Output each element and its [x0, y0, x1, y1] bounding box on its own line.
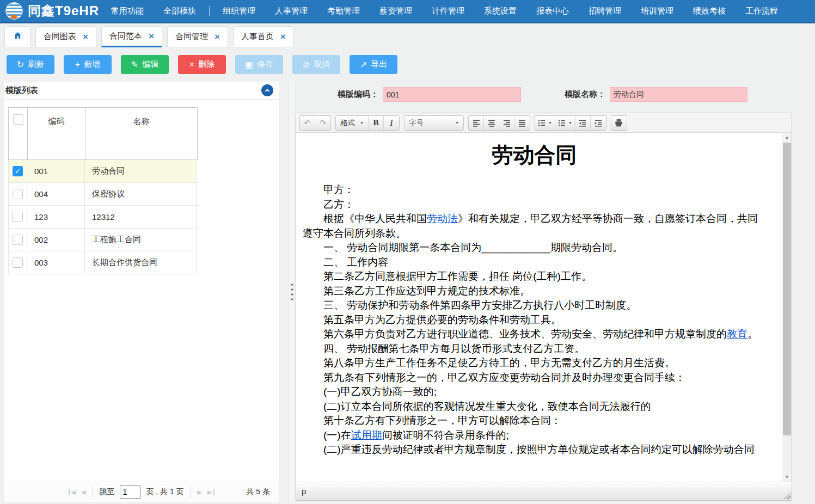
nav-item-5[interactable]: 考勤管理 — [327, 6, 360, 16]
row-checkbox[interactable] — [13, 235, 23, 245]
table-header: 编码 名称 — [8, 107, 198, 160]
template-name-input[interactable] — [610, 87, 747, 102]
tab-home[interactable] — [4, 26, 30, 47]
row-checkbox-cell — [8, 206, 27, 228]
nav-item-13[interactable]: 工作流程 — [745, 6, 778, 16]
indent-button[interactable] — [591, 116, 606, 130]
tab-人事首页[interactable]: 人事首页× — [233, 26, 294, 47]
table-row[interactable]: 003长期合作供货合同 — [8, 251, 198, 274]
collapse-icon[interactable] — [261, 84, 273, 96]
tab-close-icon[interactable]: × — [83, 32, 88, 41]
nav-item-7[interactable]: 计件管理 — [432, 6, 464, 16]
nav-item-2[interactable]: 全部模块 — [163, 6, 196, 16]
undo-button[interactable]: ↶ — [300, 116, 315, 130]
scroll-down-icon[interactable]: ▼ — [782, 472, 792, 482]
numbered-list-button[interactable]: ▼ — [555, 116, 575, 130]
page-input[interactable] — [120, 485, 140, 499]
cancel-button[interactable]: ⊘取消 — [292, 55, 340, 74]
table-row[interactable]: ✓001劳动合同 — [8, 160, 198, 183]
align-center-button[interactable] — [484, 116, 499, 130]
bullet-list-icon — [538, 119, 546, 127]
next-page-icon[interactable]: ▶ — [198, 489, 202, 495]
row-checkbox-cell — [8, 229, 27, 251]
select-all-checkbox[interactable] — [13, 114, 23, 125]
save-button[interactable]: ▣保存 — [235, 55, 283, 74]
editor-scrollbar[interactable]: ▲ ▼ — [782, 133, 792, 482]
nav-item-11[interactable]: 培训管理 — [641, 6, 673, 16]
edit-button[interactable]: ✎编辑 — [121, 55, 169, 74]
nav-item-8[interactable]: 系统设置 — [484, 6, 517, 16]
scrollbar-thumb[interactable] — [783, 143, 791, 435]
row-checkbox[interactable] — [13, 189, 23, 199]
print-button[interactable] — [611, 116, 627, 130]
nav-item-10[interactable]: 招聘管理 — [589, 6, 621, 16]
home-icon — [13, 31, 22, 42]
format-dropdown[interactable]: 格式 ▼ — [336, 116, 369, 130]
editor-content[interactable]: 劳动合同 甲方：乙方：根据《中华人民共和国劳动法》和有关规定，甲乙双方经平等协商… — [296, 133, 792, 482]
nav-item-9[interactable]: 报表中心 — [536, 6, 569, 16]
delete-button[interactable]: ×删除 — [178, 55, 226, 74]
table-row[interactable]: 12312312 — [8, 206, 198, 229]
action-label: 导出 — [371, 59, 387, 70]
undo-icon: ↶ — [304, 119, 311, 127]
tab-合同管理[interactable]: 合同管理× — [167, 26, 228, 47]
bullet-list-button[interactable]: ▼ — [535, 116, 555, 130]
action-bar: ↻刷新+新增✎编辑×删除▣保存⊘取消↗导出 — [7, 55, 397, 74]
row-checkbox[interactable] — [13, 257, 23, 268]
export-button[interactable]: ↗导出 — [350, 55, 397, 74]
nav-item-4[interactable]: 人事管理 — [275, 6, 308, 16]
redo-button[interactable]: ↷ — [315, 116, 330, 130]
bold-button[interactable]: B — [369, 116, 384, 130]
document-paragraph: 第六条甲方负责对乙方进行职业道德、业务技术、劳动安全、劳动纪律和甲方规章制度的教… — [303, 327, 766, 342]
document-area[interactable]: 劳动合同 甲方：乙方：根据《中华人民共和国劳动法》和有关规定，甲乙双方经平等协商… — [296, 133, 782, 482]
document-link[interactable]: 试用期 — [351, 429, 382, 441]
table-row[interactable]: 004保密协议 — [8, 183, 198, 206]
outdent-button[interactable] — [575, 116, 591, 130]
chevron-down-icon: ▼ — [455, 121, 459, 125]
refresh-button[interactable]: ↻刷新 — [7, 55, 54, 74]
template-code-input[interactable] — [383, 87, 521, 102]
italic-button[interactable]: I — [384, 116, 399, 130]
tab-合同图表[interactable]: 合同图表× — [35, 26, 96, 47]
resize-grip[interactable] — [784, 493, 791, 499]
tab-合同范本[interactable]: 合同范本× — [101, 26, 162, 47]
align-justify-button[interactable] — [514, 116, 530, 130]
prev-page-icon[interactable]: ◀ — [81, 489, 85, 495]
redo-icon: ↷ — [320, 119, 327, 127]
row-checkbox-cell — [8, 183, 27, 205]
template-list-panel: 模版列表 编码 名称 ✓001劳动合同004保密协议12312312002工程施… — [4, 82, 279, 502]
document-paragraph: 二、 工作内容 — [303, 255, 766, 270]
last-page-icon[interactable]: ▶ — [207, 489, 214, 495]
template-editor-panel: 模版编码： 模版名称： ↶ ↷ 格式 ▼ B I — [296, 82, 815, 502]
document-link[interactable]: 教育 — [727, 328, 747, 340]
table-row[interactable]: 002工程施工合同 — [8, 229, 198, 251]
scroll-up-icon[interactable]: ▲ — [782, 133, 792, 142]
align-left-button[interactable] — [469, 116, 484, 130]
align-right-button[interactable] — [499, 116, 514, 130]
nav-item-12[interactable]: 绩效考核 — [693, 6, 726, 16]
tab-close-icon[interactable]: × — [280, 32, 286, 41]
tab-close-icon[interactable]: × — [215, 32, 220, 41]
add-button[interactable]: +新增 — [64, 55, 112, 74]
row-code: 002 — [27, 229, 85, 251]
logo[interactable]: 同鑫T9eHR — [5, 2, 99, 20]
row-checkbox[interactable] — [13, 212, 23, 222]
editor-toolbar: ↶ ↷ 格式 ▼ B I 字号 ▼ — [296, 113, 792, 133]
action-label: 保存 — [257, 59, 273, 70]
rich-text-editor: ↶ ↷ 格式 ▼ B I 字号 ▼ — [296, 113, 792, 501]
document-paragraph: (一)甲乙双方协商一致的; — [303, 385, 766, 399]
first-page-icon[interactable]: ◀ — [69, 489, 75, 495]
fontsize-dropdown[interactable]: 字号 ▼ — [405, 116, 463, 130]
align-center-icon — [488, 119, 495, 127]
nav-menu: 常用功能全部模块组织管理人事管理考勤管理薪资管理计件管理系统设置报表中心招聘管理… — [111, 6, 778, 16]
row-checkbox[interactable]: ✓ — [13, 166, 23, 176]
nav-item-6[interactable]: 薪资管理 — [379, 6, 412, 16]
tab-close-icon[interactable]: × — [149, 32, 154, 41]
element-path: p — [302, 487, 306, 496]
panel-splitter[interactable] — [289, 82, 295, 502]
panel-title: 模版列表 — [5, 85, 38, 96]
document-link[interactable]: 劳动法 — [427, 213, 458, 224]
action-label: 删除 — [198, 59, 215, 70]
nav-item-1[interactable]: 常用功能 — [111, 6, 144, 16]
nav-item-3[interactable]: 组织管理 — [223, 6, 255, 16]
